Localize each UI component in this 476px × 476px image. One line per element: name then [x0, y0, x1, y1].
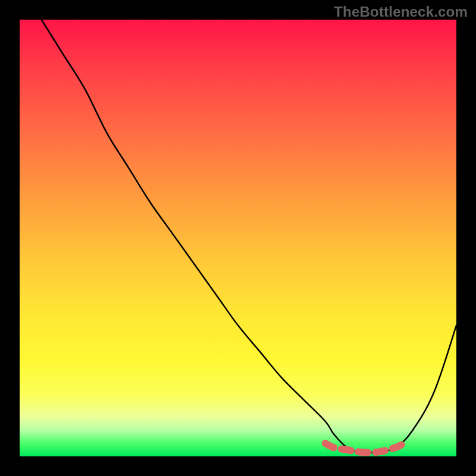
bottleneck-curve-line [42, 20, 456, 453]
plot-area [20, 20, 456, 456]
optimal-range-highlight [325, 443, 404, 452]
watermark-text: TheBottleneck.com [334, 4, 468, 20]
chart-frame: TheBottleneck.com [0, 0, 476, 476]
chart-svg [20, 20, 456, 456]
